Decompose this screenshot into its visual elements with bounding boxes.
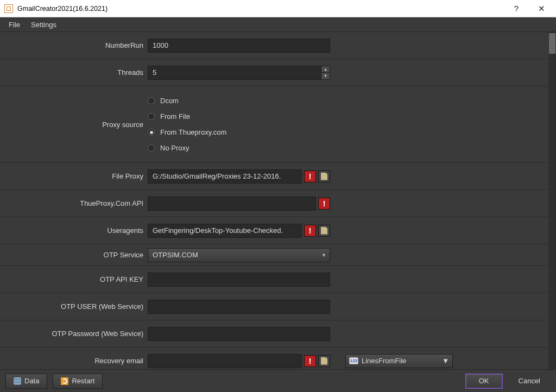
row-otp-user: OTP USER (Web Service) [0,293,548,320]
menu-settings[interactable]: Settings [26,18,62,31]
radio-from-thueproxy[interactable]: From Thueproxy.com [148,128,226,136]
data-button[interactable]: Data [5,374,47,389]
input-file-proxy[interactable]: G:/Studio/GmailReg/Proxies 23-12-2016. [148,169,302,184]
radio-dcom[interactable]: Dcom [148,97,226,105]
footer-bar: Data Restart OK Cancel [0,369,556,392]
chevron-down-icon: ▼ [442,357,449,365]
label-otp-password: OTP Password (Web Sevice) [0,330,148,338]
row-thueproxy-api: ThueProxy.Com API ! [0,190,548,217]
radio-from-file[interactable]: From File [148,112,226,121]
row-otp-password: OTP Password (Web Sevice) [0,320,548,347]
threads-step-down[interactable]: ▼ [321,73,330,79]
warning-icon[interactable]: ! [318,198,330,210]
input-useragents[interactable]: GetFingering/DeskTop-Youtube-Checked. [148,224,302,238]
scrollbar-thumb[interactable] [549,33,555,54]
row-otp-api-key: OTP API KEY [0,266,548,293]
restart-icon [61,377,68,385]
label-proxy-source: Proxy source [0,121,148,129]
browse-file-icon[interactable] [318,355,330,367]
warning-icon[interactable]: ! [304,170,316,182]
input-otp-user[interactable] [148,300,330,314]
window-titlebar: GmailCreator2021(16.6.2021) ? ✕ [0,0,556,17]
help-button[interactable]: ? [504,0,529,17]
label-threads: Threads [0,68,148,77]
radio-dot-icon [148,113,155,120]
warning-icon[interactable]: ! [304,355,316,367]
input-otp-password[interactable] [148,327,330,341]
threads-step-up[interactable]: ▲ [321,66,330,73]
ok-button[interactable]: OK [465,374,503,389]
row-recovery-email: Recovery email ! 123 LinesFromFile ▼ [0,347,548,369]
lines-from-file-icon: 123 [349,357,358,364]
app-icon [4,4,13,13]
label-otp-api-key: OTP API KEY [0,275,148,283]
row-number-run: NumberRun 1000 [0,32,548,59]
database-icon [14,377,21,385]
label-otp-service: OTP Service [0,251,148,259]
row-threads: Threads 5 ▲ ▼ [0,59,548,86]
menu-file[interactable]: File [3,18,26,31]
vertical-scrollbar[interactable] [548,32,556,369]
form-area: NumberRun 1000 Threads 5 ▲ ▼ Proxy sourc… [0,32,556,369]
window-title: GmailCreator2021(16.6.2021) [17,5,108,12]
label-thueproxy-api: ThueProxy.Com API [0,199,148,207]
input-otp-api-key[interactable] [148,273,330,287]
warning-icon[interactable]: ! [304,225,316,237]
cancel-button[interactable]: Cancel [508,374,551,389]
input-recovery-email[interactable] [148,354,302,368]
radio-dot-icon [148,97,155,104]
select-recovery-source[interactable]: 123 LinesFromFile ▼ [345,354,453,368]
row-otp-service: OTP Service OTPSIM.COM ▼ [0,244,548,266]
row-proxy-source: Proxy source Dcom From File From Thuepro… [0,86,548,163]
browse-file-icon[interactable] [318,170,330,182]
restart-button[interactable]: Restart [53,374,103,389]
label-useragents: Useragents [0,226,148,235]
radio-dot-icon [148,129,155,136]
input-thueproxy-api[interactable] [148,197,316,211]
menu-bar: File Settings [0,17,556,32]
row-useragents: Useragents GetFingering/DeskTop-Youtube-… [0,217,548,244]
radio-dot-icon [148,144,155,151]
label-recovery-email: Recovery email [0,357,148,365]
label-file-proxy: File Proxy [0,172,148,180]
input-threads[interactable]: 5 ▲ ▼ [148,66,330,80]
radio-no-proxy[interactable]: No Proxy [148,144,226,152]
chevron-down-icon: ▼ [321,252,326,258]
label-otp-user: OTP USER (Web Service) [0,302,148,311]
browse-file-icon[interactable] [318,225,330,237]
close-button[interactable]: ✕ [529,0,554,17]
select-otp-service[interactable]: OTPSIM.COM ▼ [148,248,330,262]
row-file-proxy: File Proxy G:/Studio/GmailReg/Proxies 23… [0,163,548,190]
proxy-source-group: Dcom From File From Thueproxy.com No Pro… [148,89,226,160]
label-number-run: NumberRun [0,41,148,49]
input-number-run[interactable]: 1000 [148,39,330,53]
